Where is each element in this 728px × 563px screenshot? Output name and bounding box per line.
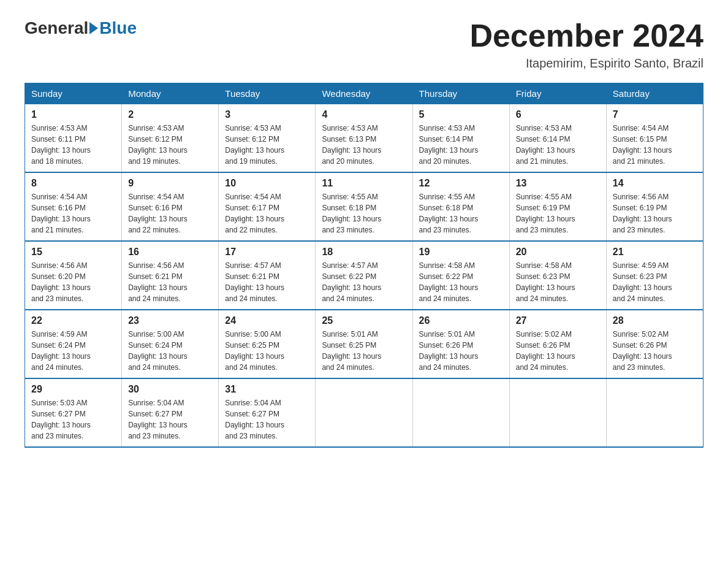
- calendar-cell: 16Sunrise: 4:56 AMSunset: 6:21 PMDayligh…: [122, 241, 219, 310]
- day-info: Sunrise: 4:54 AMSunset: 6:15 PMDaylight:…: [613, 123, 697, 167]
- day-number: 2: [128, 109, 212, 120]
- calendar-cell: [316, 378, 412, 447]
- calendar-cell: 9Sunrise: 4:54 AMSunset: 6:16 PMDaylight…: [122, 172, 219, 241]
- calendar-cell: 29Sunrise: 5:03 AMSunset: 6:27 PMDayligh…: [25, 378, 122, 447]
- logo-arrow-icon: [89, 22, 98, 34]
- header-sunday: Sunday: [25, 83, 122, 104]
- day-info: Sunrise: 4:53 AMSunset: 6:14 PMDaylight:…: [516, 123, 600, 167]
- day-info: Sunrise: 5:00 AMSunset: 6:25 PMDaylight:…: [225, 329, 309, 373]
- day-number: 6: [516, 109, 600, 120]
- calendar-cell: 7Sunrise: 4:54 AMSunset: 6:15 PMDaylight…: [606, 104, 703, 173]
- day-number: 16: [128, 247, 212, 258]
- day-number: 27: [516, 315, 600, 326]
- calendar-cell: 27Sunrise: 5:02 AMSunset: 6:26 PMDayligh…: [509, 310, 606, 378]
- page-header: General Blue December 2024 Itapemirim, E…: [25, 18, 703, 71]
- day-info: Sunrise: 5:02 AMSunset: 6:26 PMDaylight:…: [516, 329, 600, 373]
- day-number: 4: [322, 109, 406, 120]
- day-number: 12: [419, 178, 503, 189]
- calendar-cell: 11Sunrise: 4:55 AMSunset: 6:18 PMDayligh…: [316, 172, 412, 241]
- day-number: 30: [128, 384, 212, 395]
- day-info: Sunrise: 5:01 AMSunset: 6:26 PMDaylight:…: [419, 329, 503, 373]
- day-number: 5: [419, 109, 503, 120]
- day-info: Sunrise: 5:03 AMSunset: 6:27 PMDaylight:…: [31, 397, 115, 442]
- calendar-cell: 6Sunrise: 4:53 AMSunset: 6:14 PMDaylight…: [509, 104, 606, 173]
- calendar-week-row: 22Sunrise: 4:59 AMSunset: 6:24 PMDayligh…: [25, 310, 703, 378]
- day-number: 15: [31, 247, 115, 258]
- calendar-cell: [606, 378, 703, 447]
- day-number: 7: [613, 109, 697, 120]
- calendar-cell: 25Sunrise: 5:01 AMSunset: 6:25 PMDayligh…: [316, 310, 412, 378]
- day-info: Sunrise: 4:53 AMSunset: 6:12 PMDaylight:…: [225, 123, 309, 167]
- day-info: Sunrise: 4:55 AMSunset: 6:18 PMDaylight:…: [419, 191, 503, 236]
- calendar-week-row: 15Sunrise: 4:56 AMSunset: 6:20 PMDayligh…: [25, 241, 703, 310]
- calendar-cell: 4Sunrise: 4:53 AMSunset: 6:13 PMDaylight…: [316, 104, 412, 173]
- day-number: 29: [31, 384, 115, 395]
- day-info: Sunrise: 4:58 AMSunset: 6:23 PMDaylight:…: [516, 260, 600, 304]
- day-info: Sunrise: 4:55 AMSunset: 6:19 PMDaylight:…: [516, 191, 600, 236]
- logo: General Blue: [25, 18, 137, 38]
- calendar-week-row: 8Sunrise: 4:54 AMSunset: 6:16 PMDaylight…: [25, 172, 703, 241]
- day-number: 13: [516, 178, 600, 189]
- day-number: 10: [225, 178, 309, 189]
- day-info: Sunrise: 4:59 AMSunset: 6:23 PMDaylight:…: [613, 260, 697, 304]
- day-number: 20: [516, 247, 600, 258]
- day-info: Sunrise: 4:54 AMSunset: 6:16 PMDaylight:…: [31, 191, 115, 236]
- calendar-cell: 19Sunrise: 4:58 AMSunset: 6:22 PMDayligh…: [412, 241, 509, 310]
- day-number: 14: [613, 178, 697, 189]
- calendar-cell: 3Sunrise: 4:53 AMSunset: 6:12 PMDaylight…: [219, 104, 316, 173]
- calendar-cell: [412, 378, 509, 447]
- day-info: Sunrise: 4:58 AMSunset: 6:22 PMDaylight:…: [419, 260, 503, 304]
- calendar-cell: 8Sunrise: 4:54 AMSunset: 6:16 PMDaylight…: [25, 172, 122, 241]
- calendar-cell: 31Sunrise: 5:04 AMSunset: 6:27 PMDayligh…: [219, 378, 316, 447]
- day-number: 19: [419, 247, 503, 258]
- calendar-cell: 18Sunrise: 4:57 AMSunset: 6:22 PMDayligh…: [316, 241, 412, 310]
- calendar-cell: 28Sunrise: 5:02 AMSunset: 6:26 PMDayligh…: [606, 310, 703, 378]
- day-info: Sunrise: 4:55 AMSunset: 6:18 PMDaylight:…: [322, 191, 406, 236]
- day-info: Sunrise: 4:53 AMSunset: 6:13 PMDaylight:…: [322, 123, 406, 167]
- day-info: Sunrise: 5:00 AMSunset: 6:24 PMDaylight:…: [128, 329, 212, 373]
- calendar-week-row: 29Sunrise: 5:03 AMSunset: 6:27 PMDayligh…: [25, 378, 703, 447]
- day-number: 22: [31, 315, 115, 326]
- header-friday: Friday: [509, 83, 606, 104]
- day-number: 9: [128, 178, 212, 189]
- calendar-header-row: SundayMondayTuesdayWednesdayThursdayFrid…: [25, 83, 703, 104]
- day-info: Sunrise: 5:02 AMSunset: 6:26 PMDaylight:…: [613, 329, 697, 373]
- calendar-cell: [509, 378, 606, 447]
- title-section: December 2024 Itapemirim, Espirito Santo…: [469, 18, 703, 71]
- day-info: Sunrise: 4:54 AMSunset: 6:16 PMDaylight:…: [128, 191, 212, 236]
- day-info: Sunrise: 4:57 AMSunset: 6:22 PMDaylight:…: [322, 260, 406, 304]
- calendar-cell: 21Sunrise: 4:59 AMSunset: 6:23 PMDayligh…: [606, 241, 703, 310]
- day-number: 3: [225, 109, 309, 120]
- calendar-cell: 26Sunrise: 5:01 AMSunset: 6:26 PMDayligh…: [412, 310, 509, 378]
- day-info: Sunrise: 4:54 AMSunset: 6:17 PMDaylight:…: [225, 191, 309, 236]
- header-monday: Monday: [122, 83, 219, 104]
- header-saturday: Saturday: [606, 83, 703, 104]
- location-subtitle: Itapemirim, Espirito Santo, Brazil: [469, 56, 703, 71]
- calendar-cell: 14Sunrise: 4:56 AMSunset: 6:19 PMDayligh…: [606, 172, 703, 241]
- day-number: 24: [225, 315, 309, 326]
- day-info: Sunrise: 4:53 AMSunset: 6:11 PMDaylight:…: [31, 123, 115, 167]
- calendar-cell: 13Sunrise: 4:55 AMSunset: 6:19 PMDayligh…: [509, 172, 606, 241]
- calendar-cell: 17Sunrise: 4:57 AMSunset: 6:21 PMDayligh…: [219, 241, 316, 310]
- logo-blue-text: Blue: [99, 18, 137, 38]
- calendar-cell: 22Sunrise: 4:59 AMSunset: 6:24 PMDayligh…: [25, 310, 122, 378]
- calendar-cell: 24Sunrise: 5:00 AMSunset: 6:25 PMDayligh…: [219, 310, 316, 378]
- day-number: 21: [613, 247, 697, 258]
- calendar-cell: 30Sunrise: 5:04 AMSunset: 6:27 PMDayligh…: [122, 378, 219, 447]
- day-info: Sunrise: 4:53 AMSunset: 6:14 PMDaylight:…: [419, 123, 503, 167]
- calendar-cell: 1Sunrise: 4:53 AMSunset: 6:11 PMDaylight…: [25, 104, 122, 173]
- day-number: 18: [322, 247, 406, 258]
- calendar-cell: 20Sunrise: 4:58 AMSunset: 6:23 PMDayligh…: [509, 241, 606, 310]
- day-info: Sunrise: 4:56 AMSunset: 6:19 PMDaylight:…: [613, 191, 697, 236]
- day-number: 11: [322, 178, 406, 189]
- day-info: Sunrise: 5:01 AMSunset: 6:25 PMDaylight:…: [322, 329, 406, 373]
- day-info: Sunrise: 5:04 AMSunset: 6:27 PMDaylight:…: [128, 397, 212, 442]
- day-number: 8: [31, 178, 115, 189]
- calendar-cell: 12Sunrise: 4:55 AMSunset: 6:18 PMDayligh…: [412, 172, 509, 241]
- day-number: 28: [613, 315, 697, 326]
- month-title: December 2024: [469, 18, 703, 53]
- day-number: 31: [225, 384, 309, 395]
- day-number: 25: [322, 315, 406, 326]
- day-info: Sunrise: 4:56 AMSunset: 6:21 PMDaylight:…: [128, 260, 212, 304]
- day-info: Sunrise: 4:59 AMSunset: 6:24 PMDaylight:…: [31, 329, 115, 373]
